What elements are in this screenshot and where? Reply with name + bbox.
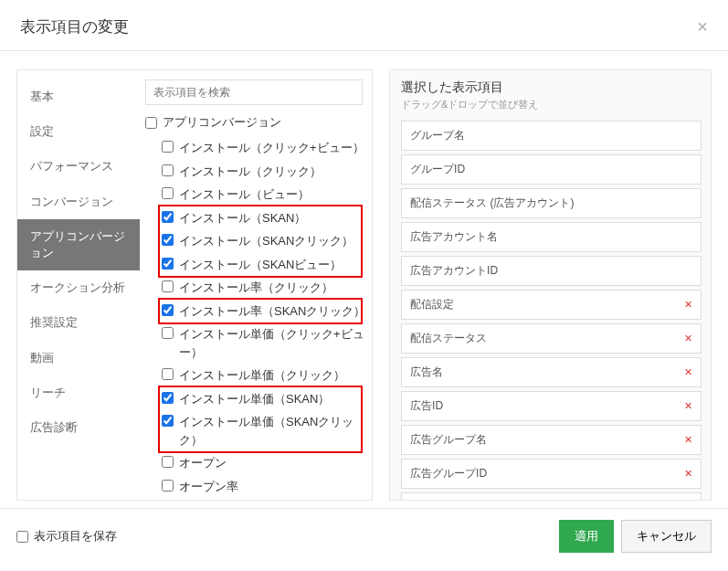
option-checkbox[interactable] (162, 392, 174, 404)
option-checkbox[interactable] (162, 415, 174, 427)
option-label: インストール率（クリック） (179, 279, 366, 297)
option-item[interactable]: オープン (162, 451, 366, 475)
selected-item-label: 配信ステータス (広告アカウント) (410, 196, 574, 211)
selected-item[interactable]: グループID (401, 154, 702, 185)
option-checkbox[interactable] (162, 304, 174, 316)
modal-title: 表示項目の変更 (20, 16, 129, 37)
apply-button[interactable]: 適用 (559, 520, 614, 553)
selected-item[interactable]: 広告グループID✕ (401, 459, 702, 489)
selected-subtitle: ドラッグ&ドロップで並び替え (401, 98, 702, 111)
category-item[interactable]: 基本 (17, 79, 140, 114)
save-columns-checkbox[interactable]: 表示項目を保存 (16, 528, 117, 545)
option-label: インストール（クリック） (179, 163, 366, 181)
option-label: オープン率 (179, 478, 366, 496)
selected-item-label: キャンペーン名 (410, 500, 487, 501)
selected-list: グループ名グループID配信ステータス (広告アカウント)広告アカウント名広告アカ… (401, 121, 702, 501)
selected-item[interactable]: キャンペーン名✕ (401, 492, 702, 501)
selected-title: 選択した表示項目 (401, 79, 702, 96)
option-item[interactable]: インストール（SKANクリック） (162, 229, 366, 253)
category-item[interactable]: オークション分析 (17, 270, 140, 305)
selected-item-label: 広告グループ名 (410, 432, 487, 448)
option-label: インストール（ビュー） (179, 185, 366, 204)
group-checkbox[interactable] (145, 117, 157, 129)
option-checkbox[interactable] (162, 327, 174, 339)
option-item[interactable]: インストール単価（クリック+ビュー） (162, 323, 366, 364)
category-item[interactable]: コンバージョン (17, 185, 140, 219)
save-label: 表示項目を保存 (34, 528, 117, 545)
option-item[interactable]: インストール（ビュー） (162, 183, 366, 206)
option-item[interactable]: インストール単価（SKAN） (162, 387, 366, 411)
option-checkbox[interactable] (162, 211, 174, 223)
selected-item-label: 配信設定 (410, 297, 454, 312)
selected-item[interactable]: 広告ID✕ (401, 391, 702, 421)
option-checkbox[interactable] (162, 368, 174, 380)
option-checkbox[interactable] (162, 187, 174, 199)
option-item[interactable]: インストール単価（SKANクリック） (162, 410, 366, 451)
options-column[interactable]: アプリコンバージョン インストール（クリック+ビュー）インストール（クリック）イ… (140, 70, 372, 500)
cancel-button[interactable]: キャンセル (621, 520, 712, 553)
category-list: 基本設定パフォーマンスコンバージョンアプリコンバージョンオークション分析推奨設定… (17, 70, 140, 500)
selected-item[interactable]: 配信設定✕ (401, 290, 702, 320)
option-label: インストール単価（SKAN） (179, 390, 366, 408)
option-checkbox[interactable] (162, 480, 174, 492)
remove-icon[interactable]: ✕ (684, 434, 692, 446)
selected-item[interactable]: 広告グループ名✕ (401, 425, 702, 455)
option-item[interactable]: オープン率 (162, 475, 366, 499)
option-checkbox[interactable] (162, 456, 174, 468)
remove-icon[interactable]: ✕ (684, 299, 692, 311)
option-item[interactable]: インストール（SKAN） (162, 206, 366, 230)
option-item[interactable]: インストール率（クリック） (162, 276, 366, 300)
modal-body: 基本設定パフォーマンスコンバージョンアプリコンバージョンオークション分析推奨設定… (0, 51, 728, 508)
option-checkbox[interactable] (162, 280, 174, 292)
option-item[interactable]: インストール単価（クリック） (162, 364, 366, 387)
remove-icon[interactable]: ✕ (684, 400, 692, 412)
option-item[interactable]: インストール（クリック） (162, 160, 366, 184)
selected-item-label: 配信ステータス (410, 331, 487, 346)
option-label: オープン (179, 454, 366, 472)
option-label: インストール単価（クリック+ビュー） (179, 325, 366, 361)
category-item[interactable]: リーチ (17, 375, 140, 410)
modal-footer: 表示項目を保存 適用 キャンセル (0, 508, 728, 564)
selected-item[interactable]: 広告アカウントID (401, 256, 702, 286)
selected-item[interactable]: グループ名 (401, 121, 702, 151)
option-label: インストール（クリック+ビュー） (179, 139, 366, 157)
category-item[interactable]: 動画 (17, 341, 140, 375)
column-settings-modal: 表示項目の変更 × 基本設定パフォーマンスコンバージョンアプリコンバージョンオー… (0, 0, 728, 571)
selected-item-label: 広告グループID (410, 466, 487, 481)
option-item[interactable]: インストール（SKANビュー） (162, 253, 366, 277)
close-icon[interactable]: × (697, 16, 708, 37)
selected-item-label: 広告ID (410, 398, 443, 414)
category-item[interactable]: 設定 (17, 114, 140, 149)
selected-item-label: グループID (410, 162, 465, 177)
selected-item[interactable]: 配信ステータス (広告アカウント) (401, 188, 702, 218)
option-checkbox[interactable] (162, 258, 174, 270)
option-label: インストール単価（SKANクリック） (179, 413, 366, 449)
search-input[interactable] (145, 79, 363, 105)
option-label: インストール（SKANクリック） (179, 232, 366, 250)
selected-item[interactable]: 広告アカウント名 (401, 222, 702, 252)
option-item[interactable]: インストール（クリック+ビュー） (162, 136, 366, 160)
option-label: インストール単価（クリック） (179, 366, 366, 385)
options-list: インストール（クリック+ビュー）インストール（クリック）インストール（ビュー）イ… (145, 136, 366, 498)
modal-header: 表示項目の変更 × (0, 0, 728, 51)
option-checkbox[interactable] (162, 141, 174, 153)
option-group-header[interactable]: アプリコンバージョン (145, 114, 366, 131)
remove-icon[interactable]: ✕ (684, 468, 692, 480)
category-item[interactable]: 広告診断 (17, 410, 140, 445)
category-item[interactable]: パフォーマンス (17, 149, 140, 184)
selected-item[interactable]: 広告名✕ (401, 357, 702, 387)
selected-item-label: 広告アカウント名 (410, 229, 498, 245)
remove-icon[interactable]: ✕ (684, 333, 692, 344)
option-label: インストール率（SKANクリック） (179, 302, 366, 321)
selected-item[interactable]: 配信ステータス✕ (401, 323, 702, 354)
option-checkbox[interactable] (162, 164, 174, 176)
option-label: インストール（SKANビュー） (179, 256, 366, 274)
save-checkbox-input[interactable] (16, 531, 28, 543)
remove-icon[interactable]: ✕ (684, 366, 692, 378)
option-item[interactable]: インストール率（SKANクリック） (162, 300, 366, 323)
category-item[interactable]: 推奨設定 (17, 305, 140, 340)
selected-item-label: 広告名 (410, 365, 443, 380)
option-checkbox[interactable] (162, 234, 174, 246)
category-item[interactable]: アプリコンバージョン (17, 219, 140, 270)
option-label: インストール（SKAN） (179, 209, 366, 227)
